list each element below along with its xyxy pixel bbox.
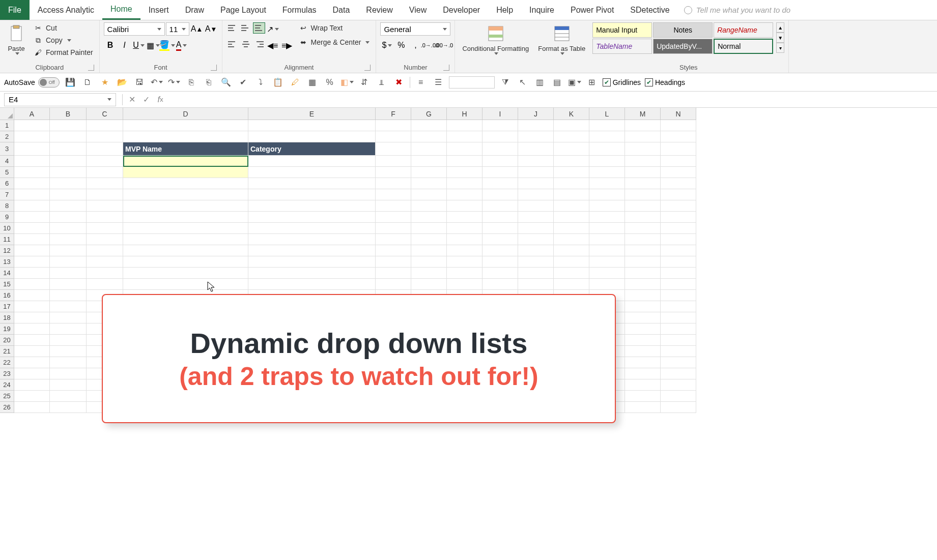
- cell-E5[interactable]: [248, 167, 376, 178]
- cell-B14[interactable]: [50, 268, 87, 279]
- cell-C6[interactable]: [87, 178, 123, 189]
- cell-I9[interactable]: [482, 212, 518, 223]
- cell-E6[interactable]: [248, 178, 376, 189]
- cell-J4[interactable]: [518, 156, 554, 167]
- cell-K11[interactable]: [554, 234, 589, 245]
- cell-G13[interactable]: [411, 256, 447, 268]
- cell-N15[interactable]: [661, 279, 696, 290]
- cell-G6[interactable]: [411, 178, 447, 189]
- tab-sdetective[interactable]: SDetective: [622, 0, 677, 20]
- cell-C8[interactable]: [87, 200, 123, 212]
- qat-btn-2[interactable]: ⎗: [202, 76, 215, 89]
- cell-C13[interactable]: [87, 256, 123, 268]
- cell-M3[interactable]: [625, 142, 661, 156]
- cell-H15[interactable]: [447, 279, 482, 290]
- cell-A16[interactable]: [14, 290, 50, 301]
- cell-A5[interactable]: [14, 167, 50, 178]
- cell-D15[interactable]: [123, 279, 248, 290]
- tab-help[interactable]: Help: [488, 0, 521, 20]
- col-header-G[interactable]: G: [411, 108, 447, 120]
- cell-K1[interactable]: [554, 120, 589, 131]
- qat-btn-5[interactable]: ⇵: [358, 76, 371, 89]
- cell-E4[interactable]: [248, 156, 376, 167]
- cell-H3[interactable]: [447, 142, 482, 156]
- clipboard-launcher[interactable]: [88, 65, 94, 71]
- cell-A2[interactable]: [14, 131, 50, 142]
- cell-N4[interactable]: [661, 156, 696, 167]
- cell-G2[interactable]: [411, 131, 447, 142]
- orientation-button[interactable]: ↗: [266, 22, 279, 36]
- cell-M12[interactable]: [625, 245, 661, 256]
- cell-L14[interactable]: [589, 268, 625, 279]
- cell-M13[interactable]: [625, 256, 661, 268]
- cell-M18[interactable]: [625, 312, 661, 323]
- cell-B26[interactable]: [50, 402, 87, 413]
- cell-D8[interactable]: [123, 200, 248, 212]
- cell-G1[interactable]: [411, 120, 447, 131]
- cell-I6[interactable]: [482, 178, 518, 189]
- cell-K3[interactable]: [554, 142, 589, 156]
- cell-I3[interactable]: [482, 142, 518, 156]
- row-header-6[interactable]: 6: [0, 178, 14, 189]
- cell-E15[interactable]: [248, 279, 376, 290]
- cell-G15[interactable]: [411, 279, 447, 290]
- cell-B25[interactable]: [50, 391, 87, 402]
- cell-G8[interactable]: [411, 200, 447, 212]
- align-middle-button[interactable]: [240, 22, 252, 34]
- cell-N14[interactable]: [661, 268, 696, 279]
- cell-F11[interactable]: [376, 234, 411, 245]
- cell-N8[interactable]: [661, 200, 696, 212]
- cell-J5[interactable]: [518, 167, 554, 178]
- cell-B13[interactable]: [50, 256, 87, 268]
- cell-I14[interactable]: [482, 268, 518, 279]
- cell-E9[interactable]: [248, 212, 376, 223]
- cell-E10[interactable]: [248, 223, 376, 234]
- qat-grid-icon[interactable]: ▦: [306, 76, 319, 89]
- cell-F6[interactable]: [376, 178, 411, 189]
- cell-H10[interactable]: [447, 223, 482, 234]
- tab-inquire[interactable]: Inquire: [521, 0, 562, 20]
- cell-C15[interactable]: [87, 279, 123, 290]
- fill-color-button[interactable]: 🪣: [161, 39, 174, 52]
- row-header-4[interactable]: 4: [0, 156, 14, 167]
- style-rangename[interactable]: RangeName: [714, 22, 773, 38]
- qat-save-icon[interactable]: 💾: [64, 76, 77, 89]
- cell-N17[interactable]: [661, 301, 696, 312]
- cell-A15[interactable]: [14, 279, 50, 290]
- cell-A19[interactable]: [14, 323, 50, 335]
- tab-formulas[interactable]: Formulas: [274, 0, 325, 20]
- cell-F7[interactable]: [376, 189, 411, 200]
- cell-M21[interactable]: [625, 346, 661, 357]
- qat-eraser-icon[interactable]: ◧: [340, 76, 354, 89]
- row-header-13[interactable]: 13: [0, 256, 14, 268]
- cell-G4[interactable]: [411, 156, 447, 167]
- qat-undo-button[interactable]: ↶: [150, 76, 163, 89]
- row-header-5[interactable]: 5: [0, 167, 14, 178]
- increase-decimal-button[interactable]: .0→.00: [423, 39, 436, 52]
- row-header-26[interactable]: 26: [0, 402, 14, 413]
- cell-C1[interactable]: [87, 120, 123, 131]
- cell-G7[interactable]: [411, 189, 447, 200]
- percent-format-button[interactable]: %: [394, 39, 408, 52]
- style-notes[interactable]: Notes: [653, 22, 713, 38]
- cut-button[interactable]: ✂ Cut: [32, 22, 95, 34]
- cell-C2[interactable]: [87, 131, 123, 142]
- cell-N26[interactable]: [661, 402, 696, 413]
- cell-B11[interactable]: [50, 234, 87, 245]
- cell-L6[interactable]: [589, 178, 625, 189]
- cell-D13[interactable]: [123, 256, 248, 268]
- cell-F8[interactable]: [376, 200, 411, 212]
- cell-C7[interactable]: [87, 189, 123, 200]
- cell-I1[interactable]: [482, 120, 518, 131]
- cell-M10[interactable]: [625, 223, 661, 234]
- decrease-font-button[interactable]: A▼: [205, 22, 218, 36]
- cell-A12[interactable]: [14, 245, 50, 256]
- cell-N9[interactable]: [661, 212, 696, 223]
- tab-power-pivot[interactable]: Power Pivot: [562, 0, 622, 20]
- font-launcher[interactable]: [211, 65, 217, 71]
- qat-percent-icon[interactable]: %: [323, 76, 336, 89]
- cell-B1[interactable]: [50, 120, 87, 131]
- col-header-N[interactable]: N: [661, 108, 696, 120]
- cell-N16[interactable]: [661, 290, 696, 301]
- cell-L9[interactable]: [589, 212, 625, 223]
